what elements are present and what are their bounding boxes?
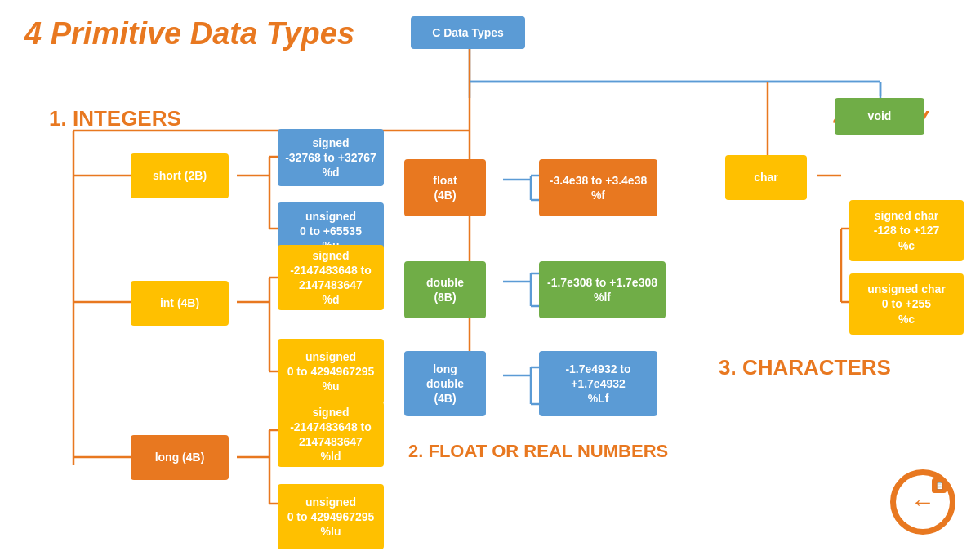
signed-short-label: signed -32768 to +32767 %d	[285, 136, 376, 180]
double-range-label: -1.7e308 to +1.7e308 %lf	[547, 275, 657, 304]
signed-int-label: signed -2147483648 to 2147483647 %d	[290, 248, 372, 308]
clipboard-icon: 📋	[932, 478, 947, 493]
back-button[interactable]: ← 📋	[890, 469, 956, 535]
float-label: float (4B)	[433, 173, 457, 202]
long-double-range-label: -1.7e4932 to +1.7e4932 %Lf	[565, 362, 630, 407]
long-double-box: long double (4B)	[404, 351, 486, 416]
section-integers-label: 1. INTEGERS	[49, 106, 181, 131]
unsigned-int-label: unsigned 0 to 4294967295 %u	[287, 349, 375, 394]
char-box: char	[725, 155, 807, 200]
signed-int-box: signed -2147483648 to 2147483647 %d	[278, 245, 384, 310]
unsigned-char-label: unsigned char 0 to +255 %c	[867, 282, 946, 327]
unsigned-long-box: unsigned 0 to 4294967295 %lu	[278, 484, 384, 549]
long-label: long (4B)	[155, 450, 205, 464]
section-float-label: 2. FLOAT OR REAL NUMBERS	[408, 441, 668, 462]
double-box: double (8B)	[404, 261, 486, 318]
signed-long-box: signed -2147483648 to 2147483647 %ld	[278, 402, 384, 467]
short-label: short (2B)	[153, 168, 207, 183]
root-box: C Data Types	[411, 16, 525, 49]
unsigned-long-label: unsigned 0 to 4294967295 %lu	[287, 495, 375, 540]
float-range-label: -3.4e38 to +3.4e38 %f	[550, 173, 647, 202]
long-box: long (4B)	[131, 435, 229, 480]
float-range-box: -3.4e38 to +3.4e38 %f	[539, 159, 657, 216]
void-label: void	[868, 109, 892, 123]
clipboard-symbol: 📋	[935, 482, 944, 490]
back-arrow-icon: ←	[911, 488, 935, 516]
char-label: char	[754, 170, 778, 184]
section-characters-label: 3. CHARACTERS	[719, 355, 891, 380]
page-title: 4 Primitive Data Types	[24, 16, 354, 51]
int-box: int (4B)	[131, 281, 229, 326]
short-box: short (2B)	[131, 153, 229, 198]
double-range-box: -1.7e308 to +1.7e308 %lf	[539, 261, 666, 318]
long-double-label: long double (4B)	[426, 362, 464, 407]
long-double-range-box: -1.7e4932 to +1.7e4932 %Lf	[539, 351, 657, 416]
signed-char-box: signed char -128 to +127 %c	[849, 200, 964, 261]
int-label: int (4B)	[160, 295, 199, 310]
void-box: void	[835, 98, 924, 135]
double-label: double (8B)	[426, 275, 464, 304]
float-box: float (4B)	[404, 159, 486, 216]
signed-long-label: signed -2147483648 to 2147483647 %ld	[290, 405, 372, 464]
unsigned-int-box: unsigned 0 to 4294967295 %u	[278, 339, 384, 404]
unsigned-char-box: unsigned char 0 to +255 %c	[849, 273, 964, 335]
root-label: C Data Types	[432, 25, 504, 40]
signed-short-box: signed -32768 to +32767 %d	[278, 129, 384, 186]
signed-char-label: signed char -128 to +127 %c	[874, 208, 940, 253]
